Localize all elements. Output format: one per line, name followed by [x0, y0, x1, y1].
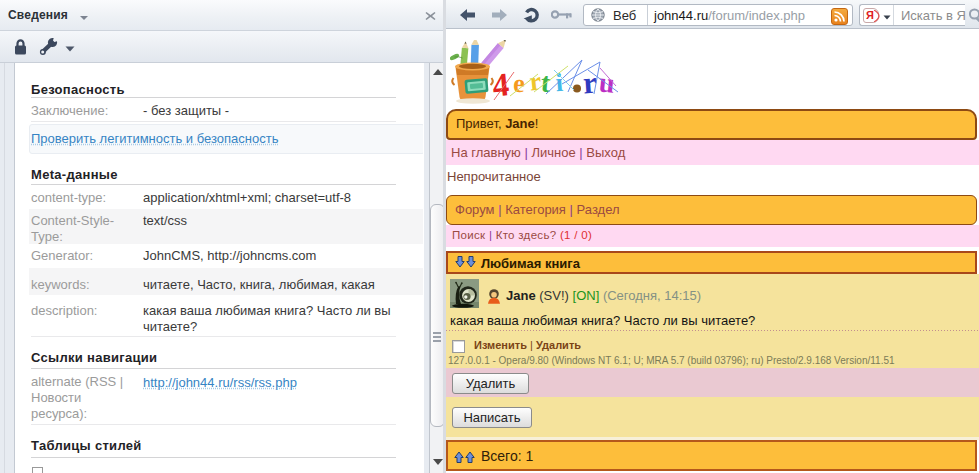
svg-text:4: 4: [491, 66, 511, 103]
svg-text:e: e: [512, 69, 526, 99]
